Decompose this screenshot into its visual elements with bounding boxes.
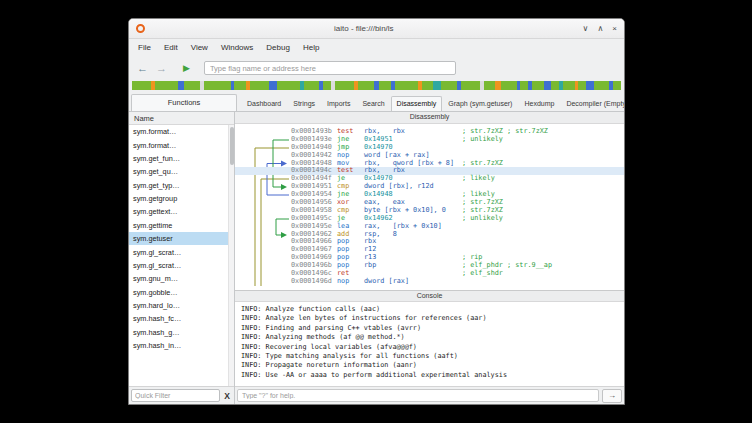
function-item[interactable]: sym.hash_g… <box>129 326 234 339</box>
function-item[interactable]: sym.getuser <box>129 232 234 245</box>
disassembly-panel-title: Disassembly <box>235 112 624 124</box>
window-title: iaito - file:///bin/ls <box>145 24 583 33</box>
function-item[interactable]: sym.format… <box>129 125 234 138</box>
back-arrow-icon[interactable]: ← <box>137 62 148 74</box>
tab-functions[interactable]: Functions <box>131 94 237 111</box>
memband-segment <box>532 81 544 90</box>
memband-segment <box>234 81 246 90</box>
disasm-comment: ; elf_shdr <box>462 270 503 278</box>
functions-scrollbar-thumb[interactable] <box>230 127 234 165</box>
iaito-window: iaito - file:///bin/ls ∨ ∧ × FileEditVie… <box>128 18 625 405</box>
tab-decompiler-empty[interactable]: Decompiler (Empty) <box>560 96 624 111</box>
memband-segment <box>484 81 496 90</box>
memband-segment <box>422 81 434 90</box>
toolbar: ← → ▶ <box>129 56 624 80</box>
disasm-comment: ; unlikely <box>462 136 503 144</box>
memband-segment <box>594 81 609 90</box>
function-item[interactable]: sym.get_typ… <box>129 179 234 192</box>
disasm-operands: rbp <box>364 262 462 270</box>
function-item[interactable]: sym.gl_scrat… <box>129 245 234 258</box>
disasm-operands: rsp, 8 <box>364 231 462 239</box>
menu-help[interactable]: Help <box>297 41 325 54</box>
console-line: INFO: Analyzing methods (af @@ method.*) <box>241 333 618 342</box>
tab-disassembly[interactable]: Disassembly <box>391 96 443 111</box>
minimize-icon[interactable]: ∨ <box>583 25 589 33</box>
memband-segment <box>441 81 456 90</box>
function-item[interactable]: sym.hash_fc… <box>129 312 234 325</box>
disasm-comment: ; unlikely <box>462 215 503 223</box>
memband-segment <box>461 81 480 90</box>
tab-graph-sym-getuser[interactable]: Graph (sym.getuser) <box>442 96 518 111</box>
content-area: Name sym.format…sym.format…sym.get_fun…s… <box>129 112 624 404</box>
disasm-address: 0x0001496d <box>291 278 337 286</box>
disasm-comment: ; str.7zXZ <box>462 160 503 168</box>
menu-bar: FileEditViewWindowsDebugHelp <box>129 39 624 56</box>
window-controls: ∨ ∧ × <box>583 25 617 33</box>
console-output: INFO: Analyze function calls (aac)INFO: … <box>235 302 624 386</box>
memband-segment <box>358 81 373 90</box>
play-icon[interactable]: ▶ <box>183 63 190 73</box>
disasm-operands: r13 <box>364 254 462 262</box>
function-item[interactable]: sym.get_fun… <box>129 152 234 165</box>
search-input[interactable] <box>204 61 456 75</box>
disasm-comment: ; likely <box>462 175 495 183</box>
tab-imports[interactable]: Imports <box>321 96 356 111</box>
console-line: INFO: Analyze len bytes of instructions … <box>241 314 618 323</box>
forward-arrow-icon[interactable]: → <box>156 62 167 74</box>
disasm-operands: dword [rax] <box>364 278 462 286</box>
tab-strings[interactable]: Strings <box>287 96 321 111</box>
function-item[interactable]: sym.gettext… <box>129 205 234 218</box>
menu-file[interactable]: File <box>132 41 157 54</box>
iaito-logo-icon <box>136 24 145 33</box>
close-icon[interactable]: × <box>612 25 617 33</box>
memory-band[interactable] <box>132 81 621 90</box>
quick-filter-input[interactable] <box>131 389 220 402</box>
memband-segment <box>323 81 331 90</box>
desktop: { "window": { "title": "iaito - file:///… <box>0 0 752 423</box>
title-bar[interactable]: iaito - file:///bin/ls ∨ ∧ × <box>129 19 624 39</box>
console-send-button[interactable]: → <box>602 389 622 403</box>
function-item[interactable]: sym.hard_lo… <box>129 299 234 312</box>
menu-windows[interactable]: Windows <box>215 41 259 54</box>
functions-scrollbar[interactable] <box>228 125 234 386</box>
disasm-operands: rbx <box>364 238 462 246</box>
function-item[interactable]: sym.get_qu… <box>129 165 234 178</box>
quick-filter-row: X <box>129 386 234 404</box>
functions-panel: Name sym.format…sym.format…sym.get_fun…s… <box>129 112 235 404</box>
send-arrow-icon: → <box>608 391 616 400</box>
console-line: INFO: Analyze function calls (aac) <box>241 305 618 314</box>
memband-segment <box>269 81 277 90</box>
tab-hexdump[interactable]: Hexdump <box>518 96 560 111</box>
menu-debug[interactable]: Debug <box>260 41 296 54</box>
memband-segment <box>132 81 151 90</box>
function-item[interactable]: sym.gnu_m… <box>129 272 234 285</box>
main-panel: Disassembly 0x0001493btestrbx, rbx; str.… <box>235 112 624 404</box>
function-item[interactable]: sym.gettime <box>129 219 234 232</box>
memband-segment <box>277 81 300 90</box>
function-item[interactable]: sym.gobble… <box>129 286 234 299</box>
tab-search[interactable]: Search <box>356 96 390 111</box>
memband-segment <box>520 81 528 90</box>
tab-dashboard[interactable]: Dashboard <box>241 96 287 111</box>
function-item[interactable]: sym.hash_in… <box>129 339 234 352</box>
maximize-icon[interactable]: ∧ <box>597 25 603 33</box>
memband-segment <box>250 81 269 90</box>
function-item[interactable]: sym.getgroup <box>129 192 234 205</box>
disasm-row[interactable]: 0x0001496dnopdword [rax] <box>235 278 624 286</box>
clear-filter-icon[interactable]: X <box>222 391 232 401</box>
functions-column-header[interactable]: Name <box>129 112 234 125</box>
disasm-mnemonic: nop <box>337 278 364 286</box>
function-list: sym.format…sym.format…sym.get_fun…sym.ge… <box>129 125 234 386</box>
menu-view[interactable]: View <box>185 41 214 54</box>
tab-bar: DashboardStringsImportsSearchDisassembly… <box>241 96 624 111</box>
console-panel-title: Console <box>235 290 624 302</box>
memband-segment <box>501 81 516 90</box>
console-line: INFO: Use -AA or aaaa to perform additio… <box>241 371 618 380</box>
console-line: INFO: Propagate noreturn information (aa… <box>241 361 618 370</box>
menu-edit[interactable]: Edit <box>158 41 184 54</box>
memband-segment <box>184 81 199 90</box>
memband-segment <box>204 81 231 90</box>
function-item[interactable]: sym.gl_scrat… <box>129 259 234 272</box>
function-item[interactable]: sym.format… <box>129 138 234 151</box>
console-input[interactable] <box>237 389 599 402</box>
